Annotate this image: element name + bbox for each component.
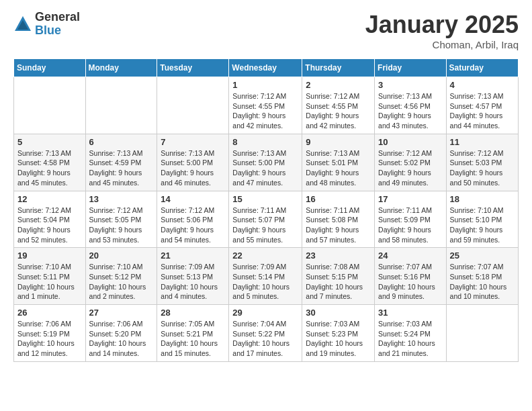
day-number: 17 <box>378 194 443 204</box>
location: Choman, Arbil, Iraq <box>365 39 519 50</box>
weekday-header-friday: Friday <box>375 59 447 77</box>
calendar-day-28: 28Sunrise: 7:05 AM Sunset: 5:21 PM Dayli… <box>157 305 229 362</box>
calendar-day-12: 12Sunrise: 7:12 AM Sunset: 5:04 PM Dayli… <box>14 191 86 248</box>
day-number: 6 <box>89 137 154 147</box>
day-number: 18 <box>450 194 515 204</box>
calendar-day-13: 13Sunrise: 7:12 AM Sunset: 5:05 PM Dayli… <box>85 191 157 248</box>
calendar-empty-cell <box>85 77 157 134</box>
calendar-day-30: 30Sunrise: 7:03 AM Sunset: 5:23 PM Dayli… <box>302 305 375 362</box>
day-info: Sunrise: 7:11 AM Sunset: 5:08 PM Dayligh… <box>306 205 371 245</box>
weekday-header-wednesday: Wednesday <box>229 59 302 77</box>
day-number: 10 <box>378 137 443 147</box>
day-info: Sunrise: 7:11 AM Sunset: 5:09 PM Dayligh… <box>378 205 443 245</box>
day-number: 29 <box>232 308 298 318</box>
title-block: January 2025 Choman, Arbil, Iraq <box>365 11 519 50</box>
day-number: 1 <box>232 80 298 90</box>
day-number: 28 <box>161 308 225 318</box>
weekday-header-sunday: Sunday <box>14 59 86 77</box>
calendar-day-6: 6Sunrise: 7:13 AM Sunset: 4:59 PM Daylig… <box>85 134 157 191</box>
calendar-week-row: 1Sunrise: 7:12 AM Sunset: 4:55 PM Daylig… <box>14 77 519 134</box>
calendar-day-14: 14Sunrise: 7:12 AM Sunset: 5:06 PM Dayli… <box>157 191 229 248</box>
calendar-day-2: 2Sunrise: 7:12 AM Sunset: 4:55 PM Daylig… <box>302 77 375 134</box>
day-number: 31 <box>378 308 443 318</box>
day-info: Sunrise: 7:13 AM Sunset: 4:58 PM Dayligh… <box>17 148 82 188</box>
logo-blue: Blue <box>35 24 80 38</box>
calendar-day-31: 31Sunrise: 7:03 AM Sunset: 5:24 PM Dayli… <box>375 305 447 362</box>
calendar-day-26: 26Sunrise: 7:06 AM Sunset: 5:19 PM Dayli… <box>14 305 86 362</box>
day-number: 26 <box>17 308 82 318</box>
calendar-empty-cell <box>157 77 229 134</box>
day-info: Sunrise: 7:09 AM Sunset: 5:14 PM Dayligh… <box>232 262 298 302</box>
day-number: 30 <box>306 308 371 318</box>
day-info: Sunrise: 7:06 AM Sunset: 5:19 PM Dayligh… <box>17 319 82 359</box>
day-number: 21 <box>161 250 225 261</box>
day-info: Sunrise: 7:13 AM Sunset: 5:00 PM Dayligh… <box>232 148 298 188</box>
day-number: 4 <box>450 80 515 90</box>
weekday-header-saturday: Saturday <box>446 59 518 77</box>
calendar-week-row: 12Sunrise: 7:12 AM Sunset: 5:04 PM Dayli… <box>14 191 519 248</box>
day-number: 16 <box>306 194 371 204</box>
calendar-day-19: 19Sunrise: 7:10 AM Sunset: 5:11 PM Dayli… <box>14 248 86 305</box>
calendar-day-9: 9Sunrise: 7:13 AM Sunset: 5:01 PM Daylig… <box>302 134 375 191</box>
day-number: 8 <box>232 137 298 147</box>
day-info: Sunrise: 7:13 AM Sunset: 4:59 PM Dayligh… <box>89 148 154 188</box>
day-info: Sunrise: 7:12 AM Sunset: 5:06 PM Dayligh… <box>161 205 225 245</box>
day-info: Sunrise: 7:12 AM Sunset: 4:55 PM Dayligh… <box>232 91 298 131</box>
calendar-day-18: 18Sunrise: 7:10 AM Sunset: 5:10 PM Dayli… <box>446 191 518 248</box>
day-info: Sunrise: 7:12 AM Sunset: 5:03 PM Dayligh… <box>450 148 515 188</box>
day-info: Sunrise: 7:13 AM Sunset: 5:00 PM Dayligh… <box>161 148 225 188</box>
weekday-header-monday: Monday <box>85 59 157 77</box>
calendar-day-17: 17Sunrise: 7:11 AM Sunset: 5:09 PM Dayli… <box>375 191 447 248</box>
day-number: 20 <box>89 250 154 261</box>
day-info: Sunrise: 7:13 AM Sunset: 4:57 PM Dayligh… <box>450 91 515 131</box>
calendar-day-27: 27Sunrise: 7:06 AM Sunset: 5:20 PM Dayli… <box>85 305 157 362</box>
calendar-day-15: 15Sunrise: 7:11 AM Sunset: 5:07 PM Dayli… <box>229 191 302 248</box>
calendar-day-29: 29Sunrise: 7:04 AM Sunset: 5:22 PM Dayli… <box>229 305 302 362</box>
day-info: Sunrise: 7:10 AM Sunset: 5:12 PM Dayligh… <box>89 262 154 302</box>
logo-general: General <box>35 11 80 24</box>
weekday-header-row: SundayMondayTuesdayWednesdayThursdayFrid… <box>14 59 519 77</box>
calendar-day-22: 22Sunrise: 7:09 AM Sunset: 5:14 PM Dayli… <box>229 248 302 305</box>
calendar-week-row: 5Sunrise: 7:13 AM Sunset: 4:58 PM Daylig… <box>14 134 519 191</box>
calendar-day-25: 25Sunrise: 7:07 AM Sunset: 5:18 PM Dayli… <box>446 248 518 305</box>
day-info: Sunrise: 7:04 AM Sunset: 5:22 PM Dayligh… <box>232 319 298 359</box>
day-number: 25 <box>450 250 515 261</box>
calendar-day-3: 3Sunrise: 7:13 AM Sunset: 4:56 PM Daylig… <box>375 77 447 134</box>
day-number: 5 <box>17 137 82 147</box>
month-title: January 2025 <box>365 11 519 39</box>
calendar-day-21: 21Sunrise: 7:09 AM Sunset: 5:13 PM Dayli… <box>157 248 229 305</box>
calendar-day-5: 5Sunrise: 7:13 AM Sunset: 4:58 PM Daylig… <box>14 134 86 191</box>
calendar-day-8: 8Sunrise: 7:13 AM Sunset: 5:00 PM Daylig… <box>229 134 302 191</box>
calendar-day-11: 11Sunrise: 7:12 AM Sunset: 5:03 PM Dayli… <box>446 134 518 191</box>
day-number: 12 <box>17 194 82 204</box>
calendar-week-row: 26Sunrise: 7:06 AM Sunset: 5:19 PM Dayli… <box>14 305 519 362</box>
day-info: Sunrise: 7:10 AM Sunset: 5:10 PM Dayligh… <box>450 205 515 245</box>
calendar-day-24: 24Sunrise: 7:07 AM Sunset: 5:16 PM Dayli… <box>375 248 447 305</box>
calendar-table: SundayMondayTuesdayWednesdayThursdayFrid… <box>13 58 519 362</box>
calendar-day-7: 7Sunrise: 7:13 AM Sunset: 5:00 PM Daylig… <box>157 134 229 191</box>
day-number: 11 <box>450 137 515 147</box>
day-info: Sunrise: 7:06 AM Sunset: 5:20 PM Dayligh… <box>89 319 154 359</box>
page: General Blue January 2025 Choman, Arbil,… <box>0 0 532 373</box>
calendar-day-20: 20Sunrise: 7:10 AM Sunset: 5:12 PM Dayli… <box>85 248 157 305</box>
calendar-day-1: 1Sunrise: 7:12 AM Sunset: 4:55 PM Daylig… <box>229 77 302 134</box>
calendar-day-4: 4Sunrise: 7:13 AM Sunset: 4:57 PM Daylig… <box>446 77 518 134</box>
day-info: Sunrise: 7:07 AM Sunset: 5:18 PM Dayligh… <box>450 262 515 302</box>
calendar-empty-cell <box>14 77 86 134</box>
calendar-week-row: 19Sunrise: 7:10 AM Sunset: 5:11 PM Dayli… <box>14 248 519 305</box>
day-info: Sunrise: 7:11 AM Sunset: 5:07 PM Dayligh… <box>232 205 298 245</box>
day-info: Sunrise: 7:12 AM Sunset: 5:05 PM Dayligh… <box>89 205 154 245</box>
logo-icon <box>13 15 32 34</box>
weekday-header-tuesday: Tuesday <box>157 59 229 77</box>
header: General Blue January 2025 Choman, Arbil,… <box>13 11 519 50</box>
day-number: 2 <box>306 80 371 90</box>
day-number: 3 <box>378 80 443 90</box>
day-info: Sunrise: 7:12 AM Sunset: 5:04 PM Dayligh… <box>17 205 82 245</box>
day-number: 19 <box>17 250 82 261</box>
day-info: Sunrise: 7:03 AM Sunset: 5:24 PM Dayligh… <box>378 319 443 359</box>
day-number: 15 <box>232 194 298 204</box>
day-info: Sunrise: 7:07 AM Sunset: 5:16 PM Dayligh… <box>378 262 443 302</box>
logo: General Blue <box>13 11 80 38</box>
weekday-header-thursday: Thursday <box>302 59 375 77</box>
day-number: 9 <box>306 137 371 147</box>
